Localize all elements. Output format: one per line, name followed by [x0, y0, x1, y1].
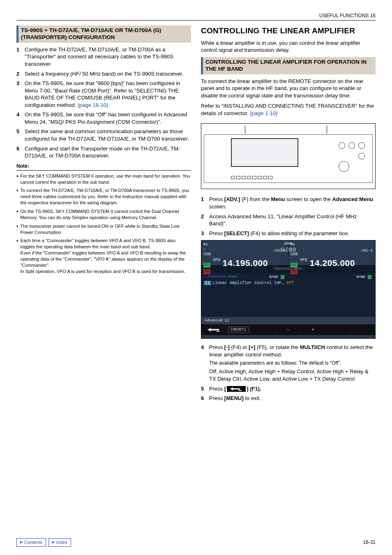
vfo-sub: VFO [300, 258, 307, 262]
left-step-3: On the TS-990S, be sure that "9600 [bps]… [25, 80, 191, 109]
softkey-minus: – [276, 324, 300, 335]
note-list: For the SKY COMMAND SYSTEM II operation,… [16, 173, 191, 275]
menu-row-index: 11 [204, 281, 211, 285]
note-heading: Note: [16, 163, 191, 171]
right-column: CONTROLLING THE LINEAR AMPLIFIER While a… [201, 25, 376, 405]
softkey-blank-3 [350, 324, 375, 335]
left-step-1: Configure the TH-D72A/E, TM-D710A/E, or … [25, 46, 191, 68]
right-para-2: Refer to "INSTALLING AND CONNECTING THE … [201, 102, 376, 117]
freq-sub: 14.205.000 [310, 258, 355, 268]
note-3: On the TS-990S, SKY COMMAND SYSTEM II ca… [21, 208, 191, 221]
page-footer: Contents Index 16-31 [16, 538, 376, 547]
menu-status: Advanced 11 [201, 317, 375, 324]
tx-badge-sub: TX [291, 269, 297, 274]
note-1: For the SKY COMMAND SYSTEM II operation,… [21, 173, 191, 185]
band-sub: BAND 1 [291, 275, 373, 280]
right-step-2: Access Advanced Menu 11, "Linear Amplifi… [209, 213, 376, 227]
left-step-5: Select the same and common communication… [25, 128, 191, 142]
left-step-6: Configure and start the Transporter mode… [25, 145, 191, 160]
step4-subtext-2: Off, Active High, Active High + Relay Co… [209, 368, 376, 382]
agc-main: AGC-S [271, 248, 286, 254]
right-step-3: Press [SELECT] (F4) to allow editing of … [209, 230, 376, 237]
step4-subtext-1: The available parameters are as follows:… [209, 360, 376, 366]
page-number: 16-31 [363, 539, 376, 546]
menu-row-11: 11Linear Amplifier Control (HF…Off [204, 280, 373, 286]
advanced-menu-screenshot: 200W 0.000 ▼1 S · · · · · · · · · · USB … [201, 240, 376, 339]
agc-sub: AGC-S [358, 248, 373, 254]
menu-row-label: Linear Amplifier Control (HF… [212, 281, 284, 285]
page-link-16-10[interactable]: {page 16-10} [78, 102, 108, 108]
right-steps-b: 4 Press [-] (F4) or [+] (F5), or rotate … [201, 344, 376, 402]
right-step-6: Press [MENU] to exit. [209, 395, 376, 402]
left-step-2: Select a frequency (HF/ 50 MHz band) on … [25, 70, 191, 78]
softkey-reset: (RESET) [226, 324, 251, 335]
softkey-back [201, 324, 226, 335]
left-step-4: On the TS-990S, be sure that "Off" has b… [25, 111, 191, 125]
right-section-title: CONTROLLING THE LINEAR AMPLIFIER FOR OPE… [201, 57, 376, 74]
index-link[interactable]: Index [48, 538, 71, 547]
note-2: To connect the TH-D72A/E, TM-D710A/E, or… [21, 187, 191, 206]
softkey-blank-2 [325, 324, 350, 335]
intro-paragraph: While a linear amplifier is in use, you … [201, 39, 376, 54]
vfo-main: VFO [213, 258, 220, 262]
note-5: Each time a "Commander" toggles between … [21, 238, 191, 274]
rx-badge-main: RX [203, 263, 210, 268]
left-steps: 1Configure the TH-D72A/E, TM-D710A/E, or… [16, 46, 191, 160]
transceiver-diagram [201, 123, 376, 189]
softkey-blank-1 [251, 324, 276, 335]
right-step-5: Press [] (F1). [209, 385, 376, 393]
contents-link[interactable]: Contents [16, 538, 46, 547]
page-link-1-10[interactable]: {page 1-10} [250, 110, 277, 116]
softkey-bar: (RESET) – + [201, 324, 375, 335]
left-section-title: TS-990S + TH-D72A/E, TM-D710A/E OR TM-D7… [16, 25, 191, 43]
band-main: BAND 1 [203, 275, 286, 280]
chapter-header: USEFUL FUNCTIONS 16 [16, 12, 376, 21]
tx-badge-main: TX [203, 269, 210, 274]
left-column: TS-990S + TH-D72A/E, TM-D710A/E OR TM-D7… [16, 25, 191, 405]
note-4: The transceiver power cannot be turned O… [21, 223, 191, 236]
right-steps-a: 1Press [ADV.] (F) from the Menu screen t… [201, 196, 376, 237]
right-para-1: To connect the linear amplifier to the R… [201, 78, 376, 99]
right-step-1: Press [ADV.] (F) from the Menu screen to… [209, 196, 376, 210]
back-key-icon [227, 386, 246, 392]
svg-rect-1 [238, 390, 242, 391]
menu-row-value: Off [286, 281, 294, 285]
main-heading: CONTROLLING THE LINEAR AMPLIFIER [201, 25, 376, 36]
softkey-plus: + [301, 324, 325, 335]
freq-main: 14.195.000 [223, 258, 268, 268]
right-step-4: Press [-] (F4) or [+] (F5), or rotate th… [209, 344, 376, 382]
svg-rect-0 [217, 331, 220, 332]
rx-badge-sub: RX [291, 263, 297, 268]
